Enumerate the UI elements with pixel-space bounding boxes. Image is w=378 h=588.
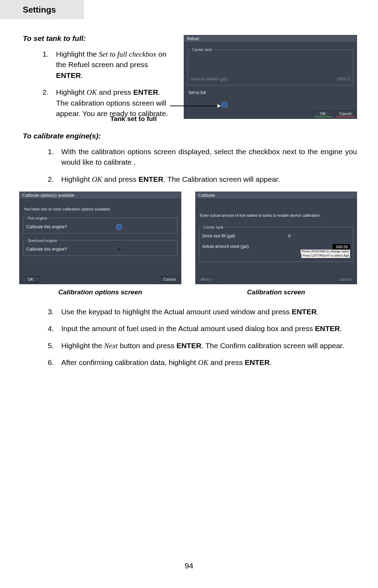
subhead-set-tank-full: To set tank to full:: [23, 34, 173, 43]
since-last-fill-value: 0: [288, 234, 290, 238]
set-to-full-label: Set to full: [188, 90, 206, 95]
section-title: Settings: [23, 5, 56, 15]
hint-leftright: Press LEFT/RIGHT to select digit: [301, 254, 350, 258]
cal-step-3: 3. Use the keypad to highlight the Actua…: [42, 307, 357, 317]
calibrate-options-panel: Calibrate option(s) available You have o…: [19, 192, 181, 284]
panel-title: Calibrate: [196, 192, 357, 199]
amount-added-label: Amount added (gal): [191, 77, 227, 81]
step-1: 1. Highlight the Set to full checkbox on…: [37, 49, 173, 81]
cal-step-6: 6. After confirming calibration data, hi…: [42, 357, 357, 368]
port-engine-checkbox[interactable]: [117, 224, 122, 230]
options-caption: Calibration options screen: [19, 288, 181, 296]
hint-updown: Press UP/DOWN to change value: [301, 250, 350, 254]
step-2: 2. Highlight OK and press ENTER. The cal…: [37, 87, 173, 119]
panel-title: Refuel: [184, 35, 357, 43]
tank-set-to-full-callout: Tank set to full: [110, 115, 157, 123]
calibrate-caption: Calibration screen: [195, 288, 357, 296]
actual-amount-input[interactable]: 000.00: [332, 244, 350, 250]
ok-button[interactable]: OK: [314, 110, 333, 117]
page-content: To set tank to full: 1. Highlight the Se…: [23, 28, 357, 374]
subhead-calibrate-engines: To calibrate engine(s):: [23, 132, 357, 140]
section-header: Settings: [0, 0, 84, 19]
page-number: 94: [0, 561, 378, 571]
calibrate-panel: Calibrate Enter actual amount of fuel ad…: [195, 192, 357, 284]
cancel-button[interactable]: Cancel: [160, 276, 179, 282]
starboard-engine-checkbox[interactable]: [117, 247, 122, 252]
cal-step-4: 4. Input the amount of fuel used in the …: [42, 323, 357, 334]
cancel-button[interactable]: Cancel: [336, 276, 355, 282]
ok-button[interactable]: OK: [21, 276, 40, 282]
since-last-fill-label: Since last fill (gal): [202, 234, 235, 238]
calibrate-starboard-label: Calibrate this engine?: [26, 247, 67, 252]
cal-step-2: 2. Highlight OK and press ENTER. The Cal…: [42, 174, 357, 185]
next-button[interactable]: Next >: [197, 276, 216, 282]
center-tank-group: Center tank Amount added (gal) 0000.0: [188, 48, 353, 85]
calibrate-port-label: Calibrate this engine?: [26, 224, 67, 229]
amount-added-value: 0000.0: [337, 77, 350, 81]
set-to-full-checkbox[interactable]: [222, 102, 227, 107]
refuel-panel: Refuel Center tank Amount added (gal) 00…: [184, 35, 357, 119]
cal-step-1: 1. With the calibration options screen d…: [42, 146, 357, 168]
actual-amount-label: Actual amount used (gal): [202, 244, 249, 249]
cal-step-5: 5. Highlight the Next button and press E…: [42, 340, 357, 351]
cancel-button[interactable]: Cancel: [336, 110, 355, 117]
panel-title: Calibrate option(s) available: [20, 192, 181, 199]
calibrate-intro: Enter actual amount of fuel added to tan…: [196, 199, 357, 217]
options-intro: You have one or more calibration options…: [20, 199, 181, 211]
